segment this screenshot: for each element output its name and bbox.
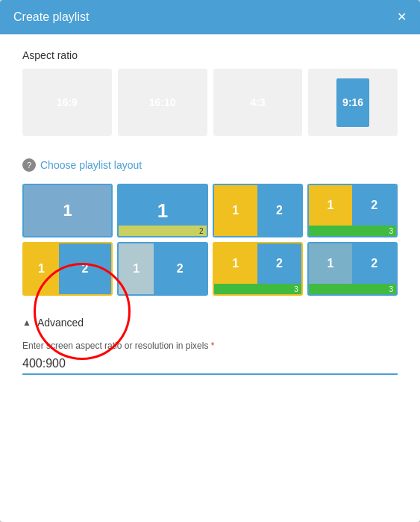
layout-6-left: 1 bbox=[119, 243, 154, 294]
screen-input-group: Enter screen aspect ratio or resolution … bbox=[22, 341, 398, 375]
layout-8-bar: 3 bbox=[309, 284, 396, 294]
layout-card-1[interactable]: 1 bbox=[22, 184, 113, 237]
layout-card-2[interactable]: 1 2 bbox=[117, 184, 207, 237]
create-playlist-dialog: Create playlist ✕ Aspect ratio 16:9 16:1… bbox=[0, 0, 420, 522]
aspect-card-inner-16-10: 16:10 bbox=[134, 83, 192, 122]
layout-4-bar: 3 bbox=[309, 226, 396, 236]
help-icon[interactable]: ? bbox=[22, 158, 36, 172]
layout-card-6[interactable]: 1 2 bbox=[117, 242, 207, 296]
aspect-card-inner-9-16: 9:16 bbox=[336, 78, 369, 127]
aspect-card-16-10[interactable]: 16:10 bbox=[118, 69, 207, 136]
aspect-ratio-row: 16:9 16:10 4:3 9:16 bbox=[22, 69, 398, 136]
layout-card-3[interactable]: 1 2 bbox=[213, 184, 303, 237]
required-star: * bbox=[211, 341, 215, 351]
screen-input-label: Enter screen aspect ratio or resolution … bbox=[22, 341, 398, 351]
layout-5-left: 1 bbox=[24, 243, 59, 294]
layout-3-left: 1 bbox=[214, 185, 258, 236]
chevron-up-icon: ▲ bbox=[22, 317, 31, 328]
layout-1-num: 1 bbox=[63, 201, 72, 220]
layout-8-left: 1 bbox=[309, 243, 353, 284]
layout-8-right: 2 bbox=[352, 243, 396, 284]
dialog-title: Create playlist bbox=[13, 10, 89, 24]
aspect-ratio-label: Aspect ratio bbox=[22, 49, 398, 61]
aspect-card-inner-16-9: 16:9 bbox=[37, 82, 97, 123]
layout-7-right: 2 bbox=[257, 243, 301, 284]
aspect-card-9-16[interactable]: 9:16 bbox=[308, 69, 398, 136]
layout-4-left: 1 bbox=[309, 185, 353, 226]
aspect-card-16-9[interactable]: 16:9 bbox=[22, 69, 112, 136]
layout-card-7[interactable]: 1 2 3 bbox=[213, 242, 303, 296]
layouts-grid: 1 1 2 1 2 1 2 3 bbox=[22, 184, 398, 296]
layout-card-5[interactable]: 1 2 bbox=[22, 242, 113, 296]
advanced-label: Advanced bbox=[37, 317, 84, 329]
layout-6-right: 2 bbox=[154, 243, 206, 294]
advanced-toggle[interactable]: ▲ Advanced bbox=[22, 317, 398, 329]
choose-layout-link[interactable]: Choose playlist layout bbox=[40, 159, 142, 171]
layout-card-4[interactable]: 1 2 3 bbox=[307, 184, 398, 237]
dialog-body: Aspect ratio 16:9 16:10 4:3 9:16 ? Choos… bbox=[0, 34, 420, 522]
layout-3-right: 2 bbox=[257, 185, 301, 236]
layout-4-right: 2 bbox=[352, 185, 396, 226]
close-button[interactable]: ✕ bbox=[397, 11, 407, 23]
layout-card-8[interactable]: 1 2 3 bbox=[307, 242, 398, 296]
aspect-card-inner-4-3: 4:3 bbox=[232, 82, 283, 123]
screen-aspect-input[interactable] bbox=[22, 354, 398, 375]
layout-5-right: 2 bbox=[59, 243, 111, 294]
layout-7-top: 1 2 bbox=[214, 243, 301, 284]
layout-7-bar: 3 bbox=[214, 284, 301, 294]
layout-8-top: 1 2 bbox=[309, 243, 396, 284]
layout-7-left: 1 bbox=[214, 243, 258, 284]
choose-layout-row: ? Choose playlist layout bbox=[22, 158, 398, 172]
layout-4-top: 1 2 bbox=[309, 185, 396, 226]
dialog-header: Create playlist ✕ bbox=[0, 0, 420, 34]
aspect-card-4-3[interactable]: 4:3 bbox=[213, 69, 303, 136]
layout-2-num: 1 bbox=[157, 199, 168, 223]
layout-2-bar: 2 bbox=[119, 226, 206, 236]
